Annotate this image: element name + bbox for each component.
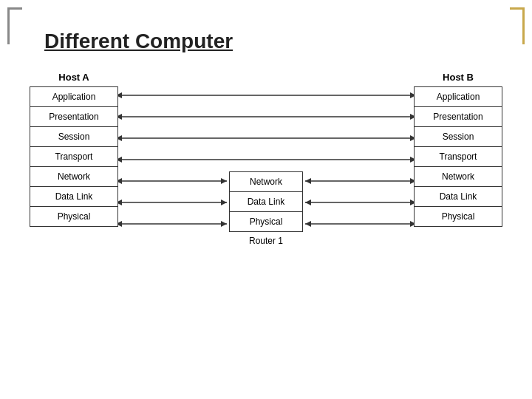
host-a-column: Host A Application Presentation Session … [26, 72, 122, 226]
host-a-label: Host A [58, 72, 89, 83]
layer-physical-a: Physical [30, 206, 118, 227]
layer-network-router: Network [229, 171, 303, 192]
layer-session-b: Session [414, 126, 502, 147]
layer-session-a: Session [30, 126, 118, 147]
host-b-label: Host B [443, 72, 474, 83]
layer-transport-b: Transport [414, 146, 502, 167]
layer-application-b: Application [414, 86, 502, 107]
layer-network-b: Network [414, 166, 502, 187]
bracket-top-left [7, 7, 22, 44]
layer-physical-b: Physical [414, 206, 502, 227]
layer-presentation-b: Presentation [414, 106, 502, 127]
hosts-row: Host A Application Presentation Session … [26, 72, 506, 246]
bracket-top-right [510, 7, 525, 44]
host-b-column: Host B Application Presentation Session … [410, 72, 506, 226]
router-label: Router 1 [249, 236, 283, 246]
layer-datalink-router: Data Link [229, 191, 303, 212]
layer-physical-router: Physical [229, 211, 303, 232]
slide: Different Computer [0, 0, 532, 399]
layer-transport-a: Transport [30, 146, 118, 167]
layer-network-a: Network [30, 166, 118, 187]
layer-datalink-b: Data Link [414, 186, 502, 207]
layer-datalink-a: Data Link [30, 186, 118, 207]
router-column: Network Data Link Physical Router 1 [225, 171, 307, 246]
layer-application-a: Application [30, 86, 118, 107]
diagram: Host A Application Presentation Session … [26, 72, 506, 246]
layer-presentation-a: Presentation [30, 106, 118, 127]
slide-title: Different Computer [44, 30, 510, 53]
